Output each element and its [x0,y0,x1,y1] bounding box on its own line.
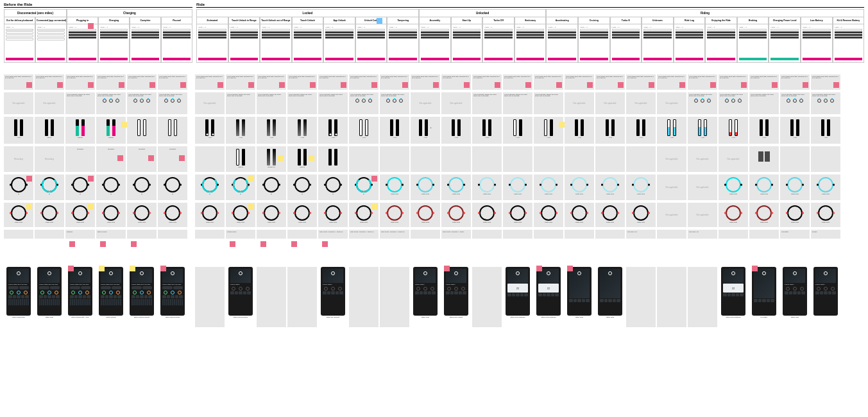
state-cell: Light off [287,146,317,172]
state-cell: Lights on/off [534,203,563,227]
state-cell: Lorem details about state, description t… [127,74,157,90]
wireframe-card: Home — 3 [228,24,260,63]
state-cell: Recording [127,146,157,172]
state-cell: Lorem details about state, description t… [349,74,379,90]
state-cell: Minor explanatory caption line of text s… [534,92,563,114]
wireframe-card: Home — 3 [387,24,419,63]
state-cell: Lorem details about state, description t… [534,74,563,90]
state-cell: All off [195,117,225,144]
state-cell: Lights on/off [35,203,64,227]
state-cell: Lights on/off [719,174,748,200]
state-cell: Not applicable [657,146,686,172]
state-cell: Lights on/off [503,174,532,200]
phone-mock: 22 Status riding dashboard [536,267,561,318]
state-cell: All off [657,117,686,144]
state-cell: Not applicable [626,92,656,114]
state-cell [411,230,440,239]
phone-mock: Lorem status text line here Status charg… [130,267,154,318]
wireframe-card: Home — 3 [292,24,324,63]
wireframe-card: Home — 3 [801,24,833,63]
state-cell: Low battery [780,230,810,239]
phone-mock: Lorem status text line here Status charg… [68,267,92,318]
state-cell [257,241,286,250]
state-cell: Light off [226,146,255,172]
state-label: Estimated [196,17,228,24]
state-label: Enjoying the Ride [705,17,737,24]
state-cell: Not applicable [657,92,686,114]
state-cell: All off [318,117,348,144]
phone-cell: Lorem status text line here Status charg… [127,267,157,327]
state-cell [257,230,286,239]
state-cell: Lights on/off [503,203,532,227]
phone-cell: 22 Status riding dashboard [503,267,532,327]
state-cell: Minor explanatory caption line of text s… [158,92,187,114]
state-cell: Lorem details about state, description t… [195,74,225,90]
state-cell: Lights on/off [195,203,225,227]
state-cell: Not applicable [565,92,594,114]
state-cell [318,146,348,172]
state-cell: Not applicable [4,92,33,114]
state-cell: Lorem details about state, description t… [688,74,717,90]
phone-mock: Status riding [598,267,622,318]
state-cell: Not applicable [657,174,686,200]
state-cell: Locking sound [226,230,255,239]
wireframe-card: Home — 3 [705,24,737,63]
state-cell [780,146,810,172]
phone-cell [626,267,656,327]
state-cell: Lights on/off [749,203,779,227]
phone-mock: Lorem status Status locked/unlocked [228,267,253,318]
state-cell: Lorem details about state, description t… [318,74,348,90]
state-cell [503,146,532,172]
state-label: App Unlock [323,17,355,24]
section-before-title: Before the Ride [4,3,192,8]
state-cell: Dimmed on [257,146,286,172]
state-label: Kit & Remove Battery [833,17,865,24]
state-cell [287,230,317,239]
group-unlocked: Unlocked [419,9,546,17]
state-cell: Lights on/off [780,203,810,227]
state-cell: All off [226,117,255,144]
state-cell: Lights on/off [65,203,95,227]
state-cell: Minor explanatory caption line of text s… [65,92,95,114]
phone-cell: Lorem status text line here Status disco… [4,267,33,327]
state-cell: Recording [4,146,33,172]
wireframe-card: Home — 3 [355,24,387,63]
wireframe-card: Home — 3 [419,24,451,63]
phone-cell: Status riding [565,267,594,327]
state-cell [472,230,502,239]
state-cell: Lights on/off [127,203,157,227]
state-label: Paused [161,17,192,24]
phone-cell [380,267,409,327]
state-label: Charging Power Level [769,17,801,24]
state-cell: Off [127,174,157,200]
state-cell: Off [195,174,225,200]
state-cell: Not applicable [441,92,471,114]
phone-cell: Lorem status Status riding [411,267,440,327]
state-cell: Timer sound / Unlocking → Ready for [318,230,348,239]
wireframe-card: Home — 3 [610,24,642,63]
state-cell: Lorem details about state, description t… [35,74,64,90]
state-cell: Charging [65,230,95,239]
sticky-note [88,23,94,29]
phone-mock: Status riding [567,267,591,318]
state-cell: Lorem details about state, description t… [287,74,317,90]
state-label: Touch Unlock out of Range [260,17,292,24]
state-label: Tampering [387,17,419,24]
state-cell: Minor explanatory caption line of text s… [811,92,840,114]
wireframe-card: Home — 3 [578,24,610,63]
state-cell: Lorem details about state, description t… [441,74,471,90]
phone-mock: Lorem status Status riding [783,267,807,318]
state-cell: Lorem details about state, description t… [780,74,810,90]
state-cell: Lights on/off [534,174,563,200]
state-cell: All off [257,117,286,144]
state-cell: Lorem details about state, description t… [472,74,502,90]
wireframe-card: Home — 3 [769,24,801,63]
state-cell [65,241,95,250]
state-cell: Not applicable [657,203,686,227]
phone-cell [257,267,286,327]
wireframe-card: Home — 3 [323,24,355,63]
state-cell [411,146,440,172]
state-cell: Off [226,174,255,200]
state-cell: Start-up sound [96,230,126,239]
state-cell: Recording [158,146,187,172]
